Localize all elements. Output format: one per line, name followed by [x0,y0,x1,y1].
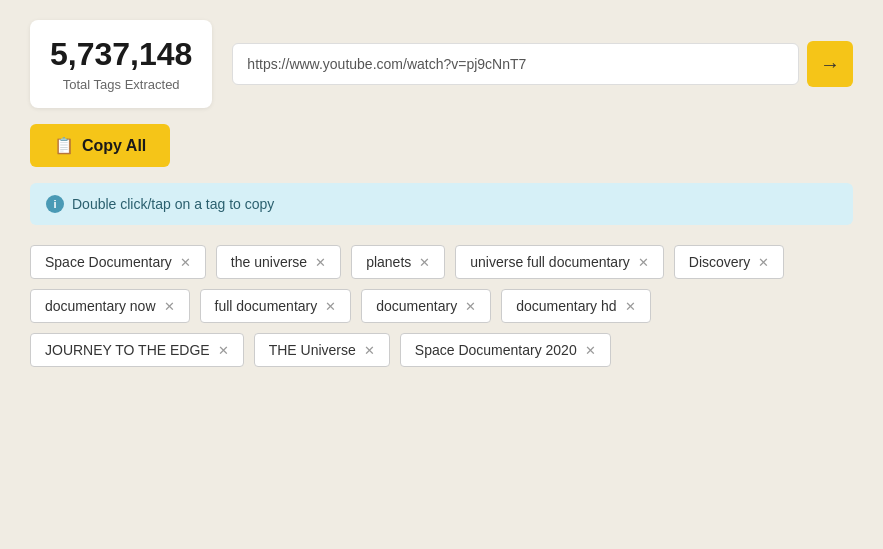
tag-documentary-now-remove[interactable]: ✕ [164,299,175,314]
total-tags-label: Total Tags Extracted [50,77,192,92]
tag-discovery-label: Discovery [689,254,750,270]
tag-journey-to-the-edge[interactable]: JOURNEY TO THE EDGE✕ [30,333,244,367]
tag-planets-remove[interactable]: ✕ [419,255,430,270]
tag-journey-to-the-edge-label: JOURNEY TO THE EDGE [45,342,210,358]
tag-documentary-hd-remove[interactable]: ✕ [625,299,636,314]
stats-card: 5,737,148 Total Tags Extracted [30,20,212,108]
info-text: Double click/tap on a tag to copy [72,196,274,212]
tag-full-documentary-remove[interactable]: ✕ [325,299,336,314]
tag-documentary-label: documentary [376,298,457,314]
tag-universe-full-documentary-remove[interactable]: ✕ [638,255,649,270]
tags-container: Space Documentary✕the universe✕planets✕u… [30,241,853,371]
url-row: → [232,41,853,87]
go-button[interactable]: → [807,41,853,87]
tag-the-universe[interactable]: the universe✕ [216,245,341,279]
info-icon: i [46,195,64,213]
tag-journey-to-the-edge-remove[interactable]: ✕ [218,343,229,358]
tag-the-universe-label: the universe [231,254,307,270]
info-banner: i Double click/tap on a tag to copy [30,183,853,225]
tag-universe-full-documentary[interactable]: universe full documentary✕ [455,245,664,279]
tag-space-documentary-label: Space Documentary [45,254,172,270]
tag-space-documentary-2020-remove[interactable]: ✕ [585,343,596,358]
tag-full-documentary[interactable]: full documentary✕ [200,289,352,323]
tag-space-documentary-remove[interactable]: ✕ [180,255,191,270]
tag-universe-full-documentary-label: universe full documentary [470,254,630,270]
tag-space-documentary[interactable]: Space Documentary✕ [30,245,206,279]
tag-the-universe-remove[interactable]: ✕ [315,255,326,270]
tag-the-universe-2-remove[interactable]: ✕ [364,343,375,358]
tag-full-documentary-label: full documentary [215,298,318,314]
tag-space-documentary-2020[interactable]: Space Documentary 2020✕ [400,333,611,367]
tag-discovery[interactable]: Discovery✕ [674,245,784,279]
copy-all-button[interactable]: 📋 Copy All [30,124,170,167]
copy-all-label: Copy All [82,137,146,155]
tag-space-documentary-2020-label: Space Documentary 2020 [415,342,577,358]
total-tags-number: 5,737,148 [50,36,192,73]
tag-discovery-remove[interactable]: ✕ [758,255,769,270]
tag-documentary-hd[interactable]: documentary hd✕ [501,289,650,323]
tag-documentary[interactable]: documentary✕ [361,289,491,323]
tag-documentary-now-label: documentary now [45,298,156,314]
tag-planets-label: planets [366,254,411,270]
tag-planets[interactable]: planets✕ [351,245,445,279]
tag-documentary-now[interactable]: documentary now✕ [30,289,190,323]
url-input[interactable] [232,43,799,85]
tag-documentary-hd-label: documentary hd [516,298,616,314]
tag-the-universe-2-label: THE Universe [269,342,356,358]
tag-the-universe-2[interactable]: THE Universe✕ [254,333,390,367]
copy-icon: 📋 [54,136,74,155]
tag-documentary-remove[interactable]: ✕ [465,299,476,314]
